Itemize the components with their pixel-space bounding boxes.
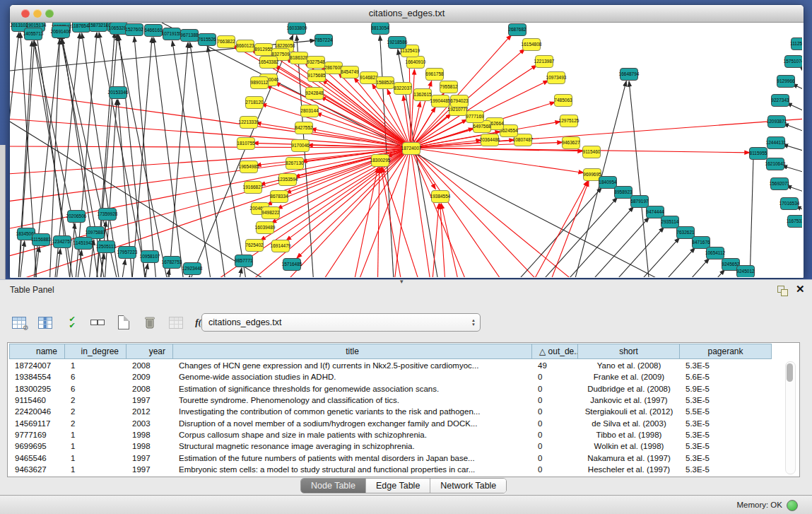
network-node[interactable]: 14055713: [24, 28, 42, 40]
network-node[interactable]: 16154808: [522, 38, 541, 51]
network-node[interactable]: 12093871: [767, 115, 786, 128]
window-titlebar[interactable]: citations_edges.txt: [10, 5, 804, 23]
network-node[interactable]: 9890112: [250, 76, 269, 89]
network-node[interactable]: 7485063: [554, 94, 572, 107]
network-node[interactable]: 8267130: [286, 157, 304, 170]
network-node[interactable]: 10973493: [547, 71, 565, 84]
table-settings-icon[interactable]: ⚙: [10, 313, 28, 332]
network-node[interactable]: 17359928: [98, 208, 117, 221]
network-node[interactable]: 16914479: [271, 240, 290, 252]
network-node[interactable]: 18724007: [402, 142, 420, 155]
network-node[interactable]: 9175685: [307, 69, 326, 82]
zoom-window-button[interactable]: [45, 9, 54, 18]
select-columns-icon[interactable]: ✔✔: [62, 313, 81, 332]
network-node[interactable]: 9129966: [777, 75, 795, 88]
table-row[interactable]: 1456911722003Disruption of a novel membe…: [9, 417, 785, 428]
network-node[interactable]: 16782753: [163, 256, 181, 269]
delete-table-icon[interactable]: [141, 313, 159, 332]
network-node[interactable]: 7625402: [245, 239, 264, 252]
network-node[interactable]: 11451942: [74, 237, 93, 250]
network-node[interactable]: 11156883: [32, 233, 50, 246]
network-node[interactable]: 9227343: [771, 94, 789, 107]
table-row[interactable]: 911546021997Tourette syndrome. Phenomeno…: [9, 395, 785, 406]
network-node[interactable]: 19384554: [431, 190, 449, 203]
network-node[interactable]: 8186328: [290, 52, 308, 64]
network-node[interactable]: 12505113: [97, 240, 115, 253]
network-node[interactable]: 7615526: [198, 33, 216, 46]
network-node[interactable]: 1810755: [237, 137, 255, 150]
network-node[interactable]: 16210643: [766, 158, 784, 170]
network-node[interactable]: 8427552: [295, 122, 313, 134]
network-node[interactable]: 19654985: [240, 160, 258, 173]
table-row[interactable]: 1872400712008Changes of HCN gene express…: [9, 360, 785, 371]
network-node[interactable]: 19218586: [388, 36, 406, 49]
network-node[interactable]: 11125334: [791, 37, 802, 50]
network-node[interactable]: 20691406: [52, 25, 70, 38]
network-node[interactable]: 9777169: [466, 110, 484, 123]
close-panel-icon[interactable]: ✕: [796, 283, 805, 296]
network-node[interactable]: 9498222: [261, 206, 280, 219]
minimize-window-button[interactable]: [33, 9, 42, 18]
tab-network-table[interactable]: Network Table: [430, 479, 506, 493]
network-node[interactable]: 1362615: [413, 88, 432, 101]
column-header-year[interactable]: year: [126, 344, 173, 359]
network-node[interactable]: 9115460: [582, 146, 601, 158]
row-height-icon[interactable]: [88, 313, 107, 332]
network-node[interactable]: 8115955: [749, 147, 767, 160]
create-table-icon[interactable]: [114, 313, 133, 332]
network-node[interactable]: 1588520: [376, 76, 394, 89]
network-node[interactable]: 7857224: [314, 34, 333, 47]
column-header-pagerank[interactable]: pagerank: [680, 344, 772, 359]
network-canvas[interactable]: 1872400776638228660123891295518226058832…: [10, 23, 802, 277]
network-node[interactable]: 9671388: [180, 29, 199, 42]
table-row[interactable]: 1938455462009Genome-wide association stu…: [9, 371, 785, 382]
network-node[interactable]: 12342757: [53, 235, 71, 248]
network-node[interactable]: 10719155: [163, 28, 181, 40]
network-node[interactable]: 15716485: [283, 258, 301, 271]
network-node[interactable]: 20206506: [67, 210, 86, 223]
network-node[interactable]: 9463627: [562, 136, 580, 149]
column-header-name[interactable]: name: [9, 344, 65, 359]
table-row[interactable]: 946362711997Embryonic stem cells: a mode…: [9, 464, 785, 475]
network-node[interactable]: 15692071: [770, 177, 789, 190]
table-row[interactable]: 969969511998Structural magnetic resonanc…: [9, 440, 785, 452]
network-node[interactable]: 9170046: [291, 139, 310, 152]
network-node[interactable]: 2718120: [245, 96, 264, 109]
network-node[interactable]: 20153346: [109, 86, 127, 99]
network-node[interactable]: 15873214: [89, 23, 107, 32]
column-header-out_de[interactable]: △ out_de...: [532, 344, 578, 359]
network-node[interactable]: 8322037: [394, 82, 412, 95]
network-node[interactable]: 16039489: [256, 221, 274, 234]
network-node[interactable]: 16648794: [620, 68, 638, 81]
network-node[interactable]: 1527602: [125, 23, 143, 36]
column-header-title[interactable]: title: [173, 344, 532, 359]
network-node[interactable]: 16543382: [259, 56, 278, 69]
network-node[interactable]: 16033809: [288, 23, 306, 35]
network-node[interactable]: 17957223: [118, 246, 136, 259]
tab-node-table[interactable]: Node Table: [301, 479, 366, 493]
network-node[interactable]: 12353594: [278, 173, 297, 186]
network-node[interactable]: 15751074: [784, 55, 802, 68]
network-node[interactable]: 8454749: [341, 66, 359, 78]
network-node[interactable]: 12923448: [183, 262, 201, 275]
column-header-in_degree[interactable]: in_degree: [65, 344, 126, 359]
network-node[interactable]: 10958107: [141, 250, 159, 263]
column-header-short[interactable]: short: [578, 344, 680, 359]
network-node[interactable]: 6794023: [450, 95, 469, 107]
network-node[interactable]: 18300295: [371, 154, 389, 167]
network-node[interactable]: 19904485: [431, 95, 449, 107]
network-node[interactable]: 7955812: [440, 81, 458, 93]
network-node[interactable]: 19166827: [244, 181, 262, 194]
table-row[interactable]: 946554611997Estimation of the future num…: [9, 452, 785, 463]
network-node[interactable]: 11675338: [787, 215, 802, 228]
network-node[interactable]: 2687682: [508, 23, 526, 36]
network-node[interactable]: 12213339: [240, 116, 258, 129]
network-node[interactable]: 9327548: [307, 56, 325, 69]
network-node[interactable]: 9242848: [305, 87, 324, 100]
network-node[interactable]: 12444131: [767, 136, 785, 149]
float-panel-icon[interactable]: [777, 286, 789, 296]
network-node[interactable]: 12975125: [560, 115, 578, 127]
table-row[interactable]: 1830029562008Estimation of significance …: [9, 383, 785, 395]
network-node[interactable]: 16640910: [406, 56, 425, 69]
network-node[interactable]: 9245012: [736, 265, 755, 277]
